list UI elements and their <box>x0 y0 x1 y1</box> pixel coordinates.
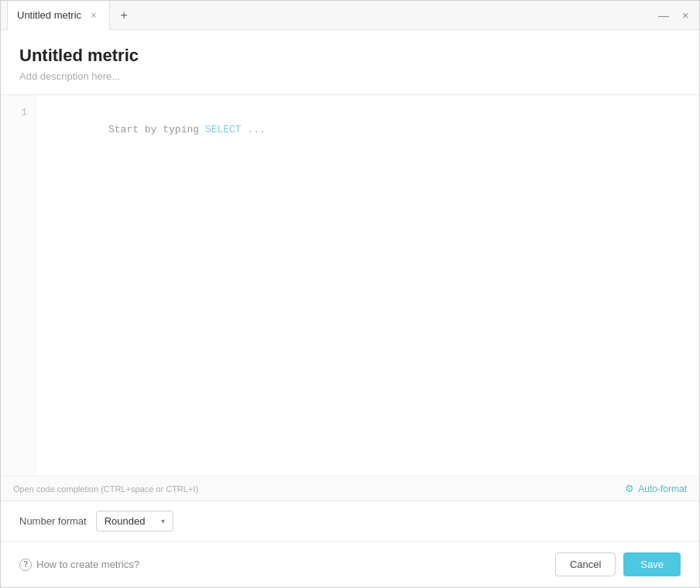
auto-format-label: Auto-format <box>638 484 687 494</box>
auto-format-icon: ⚙ <box>625 483 634 494</box>
close-window-button[interactable]: × <box>678 8 693 23</box>
number-format-select[interactable]: Rounded ▾ <box>96 511 173 532</box>
help-link[interactable]: ? How to create metrics? <box>19 559 139 571</box>
tab-label: Untitled metric <box>17 9 81 21</box>
code-rest: ... <box>242 124 266 135</box>
main-content: Untitled metric Add description here... … <box>1 30 699 587</box>
auto-format-button[interactable]: ⚙ Auto-format <box>625 483 687 494</box>
number-format-label: Number format <box>19 515 87 527</box>
help-label: How to create metrics? <box>36 559 139 570</box>
editor-footer: Open code completion (CTRL+space or CTRL… <box>1 476 699 501</box>
code-placeholder-text: Start by typing <box>108 124 205 135</box>
editor-section: 1 Start by typing SELECT ... Open code c… <box>1 95 699 501</box>
action-buttons: Cancel Save <box>555 552 681 576</box>
chevron-down-icon: ▾ <box>161 517 165 525</box>
window-controls: — × <box>656 8 693 23</box>
help-icon: ? <box>19 559 32 571</box>
line-numbers: 1 <box>1 95 36 476</box>
format-selected-value: Rounded <box>105 515 146 527</box>
metric-description[interactable]: Add description here... <box>19 70 681 82</box>
editor-area[interactable]: 1 Start by typing SELECT ... <box>1 95 699 476</box>
main-window: Untitled metric × + — × Untitled metric … <box>0 0 700 588</box>
line-number-1: 1 <box>21 104 27 121</box>
action-bar: ? How to create metrics? Cancel Save <box>1 542 699 587</box>
code-keyword: SELECT <box>205 124 242 135</box>
editor-hint: Open code completion (CTRL+space or CTRL… <box>13 484 198 494</box>
cancel-button[interactable]: Cancel <box>555 552 616 576</box>
metric-title: Untitled metric <box>19 46 681 66</box>
tab-close-button[interactable]: × <box>88 9 100 22</box>
number-format-bar: Number format Rounded ▾ <box>1 501 699 542</box>
save-button[interactable]: Save <box>623 552 681 576</box>
title-bar: Untitled metric × + — × <box>1 1 699 30</box>
active-tab[interactable]: Untitled metric × <box>7 1 110 30</box>
code-editor[interactable]: Start by typing SELECT ... <box>36 95 699 476</box>
new-tab-button[interactable]: + <box>113 5 135 26</box>
header-section: Untitled metric Add description here... <box>1 30 699 95</box>
minimize-button[interactable]: — <box>656 8 671 23</box>
